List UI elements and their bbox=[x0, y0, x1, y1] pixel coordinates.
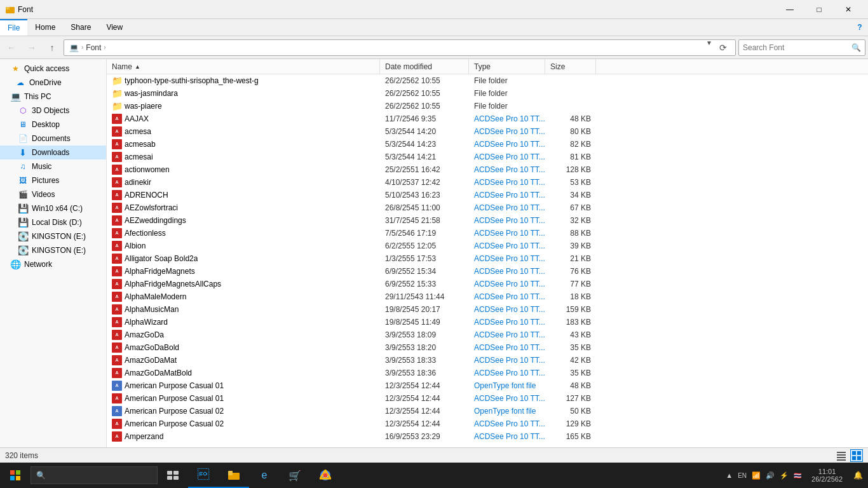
file-row[interactable]: A AlphaFridgeMagnetsAllCaps 6/9/2552 15:… bbox=[107, 278, 868, 290]
svg-rect-10 bbox=[10, 470, 15, 475]
address-dropdown[interactable]: ▼ bbox=[706, 39, 712, 56]
help-button[interactable]: ? bbox=[851, 19, 868, 36]
cell-type: OpenType font file bbox=[469, 405, 545, 417]
taskbar-fileexplorer[interactable] bbox=[219, 463, 249, 488]
maximize-button[interactable]: □ bbox=[804, 0, 834, 19]
cell-date: 12/3/2554 12:44 bbox=[380, 417, 469, 430]
sidebar-item-3dobjects[interactable]: ⬡ 3D Objects bbox=[0, 104, 106, 118]
cell-type: ACDSee Pro 10 TT... bbox=[469, 176, 545, 188]
file-name: Albion bbox=[125, 241, 146, 250]
tab-share[interactable]: Share bbox=[63, 19, 98, 36]
taskbar-ie[interactable]:  bbox=[188, 463, 219, 488]
file-row[interactable]: A Amperzand 16/9/2553 23:29 ACDSee Pro 1… bbox=[107, 430, 868, 443]
file-row[interactable]: A American Purpose Casual 01 12/3/2554 1… bbox=[107, 392, 868, 405]
cell-size: 165 KB bbox=[545, 430, 596, 442]
col-header-date[interactable]: Date modified bbox=[380, 59, 469, 74]
tray-battery: ⚡ bbox=[780, 471, 789, 480]
search-box[interactable]: 🔍 bbox=[738, 39, 865, 56]
tab-file[interactable]: File bbox=[0, 19, 27, 36]
refresh-button[interactable]: ⟳ bbox=[715, 39, 731, 56]
taskbar-chrome[interactable] bbox=[310, 463, 341, 488]
file-row[interactable]: A AmazGoDaMatBold 3/9/2553 18:36 ACDSee … bbox=[107, 367, 868, 379]
cell-type: ACDSee Pro 10 TT... bbox=[469, 316, 545, 328]
sidebar-item-downloads[interactable]: ⬇ Downloads bbox=[0, 146, 106, 159]
taskbar-right: ▲ EN 📶 🔊 ⚡ 🇹🇭 11:01 26/2/2562 🔔 bbox=[721, 463, 868, 488]
breadcrumb-computer[interactable]: 💻 bbox=[68, 43, 80, 52]
ttf-icon: A bbox=[112, 393, 122, 403]
search-icon[interactable]: 🔍 bbox=[851, 43, 861, 52]
tab-view[interactable]: View bbox=[98, 19, 130, 36]
sidebar-item-localdisk[interactable]: 💾 Local Disk (D:) bbox=[0, 215, 106, 229]
cell-date: 19/8/2545 20:17 bbox=[380, 303, 469, 315]
file-row[interactable]: A ADRENOCH 5/10/2543 16:23 ACDSee Pro 10… bbox=[107, 189, 868, 201]
file-row[interactable]: A American Purpose Casual 02 12/3/2554 1… bbox=[107, 405, 868, 417]
sidebar-item-thispc[interactable]: 💻 This PC bbox=[0, 90, 106, 104]
details-view-button[interactable] bbox=[835, 449, 848, 462]
file-row[interactable]: A actionwomen 25/2/2551 16:42 ACDSee Pro… bbox=[107, 163, 868, 176]
cell-date: 3/9/2553 18:36 bbox=[380, 367, 469, 379]
sidebar-item-onedrive[interactable]: ☁ OneDrive bbox=[0, 76, 106, 90]
col-header-type[interactable]: Type bbox=[469, 59, 545, 74]
cell-type: ACDSee Pro 10 TT... bbox=[469, 303, 545, 315]
file-row[interactable]: A American Purpose Casual 01 12/3/2554 1… bbox=[107, 379, 868, 392]
sidebar-item-kingston1[interactable]: 💽 KINGSTON (E:) bbox=[0, 229, 106, 243]
start-button[interactable] bbox=[0, 463, 31, 488]
file-row[interactable]: A acmesai 5/3/2544 14:21 ACDSee Pro 10 T… bbox=[107, 151, 868, 163]
file-row[interactable]: A AlphaFridgeMagnets 6/9/2552 15:34 ACDS… bbox=[107, 265, 868, 278]
file-row[interactable]: A Afectionless 7/5/2546 17:19 ACDSee Pro… bbox=[107, 227, 868, 240]
back-button[interactable]: ← bbox=[3, 39, 20, 57]
close-button[interactable]: ✕ bbox=[834, 0, 863, 19]
taskbar-taskview[interactable] bbox=[158, 463, 188, 488]
address-bar[interactable]: 💻 › Font › ▼ ⟳ bbox=[64, 39, 736, 56]
sidebar-item-videos[interactable]: 🎬 Videos bbox=[0, 187, 106, 201]
cell-name: A acmesai bbox=[107, 151, 380, 163]
breadcrumb-font[interactable]: Font bbox=[85, 43, 102, 52]
file-row[interactable]: A AlphaMaleModern 29/11/2543 11:44 ACDSe… bbox=[107, 290, 868, 303]
file-row[interactable]: A AAJAX 11/7/2546 9:35 ACDSee Pro 10 TT.… bbox=[107, 112, 868, 125]
taskbar-search[interactable]: 🔍 bbox=[31, 466, 158, 484]
col-header-name[interactable]: Name ▲ bbox=[107, 59, 380, 74]
file-row[interactable]: A AmazGoDa 3/9/2553 18:09 ACDSee Pro 10 … bbox=[107, 329, 868, 341]
ttf-icon: A bbox=[112, 114, 122, 124]
tab-home[interactable]: Home bbox=[27, 19, 63, 36]
taskbar-edge[interactable]: e bbox=[249, 463, 280, 488]
cell-type: OpenType font file bbox=[469, 379, 545, 391]
file-row[interactable]: A adinekir 4/10/2537 12:42 ACDSee Pro 10… bbox=[107, 176, 868, 189]
file-row[interactable]: 📁 was-jasmindara 26/2/2562 10:55 File fo… bbox=[107, 87, 868, 100]
file-row[interactable]: A AmazGoDaMat 3/9/2553 18:33 ACDSee Pro … bbox=[107, 354, 868, 367]
sidebar-item-documents[interactable]: 📄 Documents bbox=[0, 132, 106, 146]
sidebar-item-music[interactable]: ♫ Music bbox=[0, 159, 106, 173]
file-row[interactable]: 📁 typhoon-type-suthi-srisopha_the-west-g… bbox=[107, 74, 868, 87]
up-button[interactable]: ↑ bbox=[43, 39, 61, 57]
sidebar-item-win10[interactable]: 💾 Win10 x64 (C:) bbox=[0, 201, 106, 215]
file-row[interactable]: A Alligator Soap Bold2a 1/3/2555 17:53 A… bbox=[107, 252, 868, 265]
file-row[interactable]: A acmesab 5/3/2544 14:23 ACDSee Pro 10 T… bbox=[107, 138, 868, 151]
tray-wifi[interactable]: 📶 bbox=[752, 471, 761, 480]
file-row[interactable]: A AlphaWizard 19/8/2545 11:49 ACDSee Pro… bbox=[107, 316, 868, 329]
search-input[interactable] bbox=[743, 43, 851, 52]
file-row[interactable]: A AEZweddingdings 31/7/2545 21:58 ACDSee… bbox=[107, 214, 868, 227]
ttf-icon: A bbox=[112, 266, 122, 276]
sidebar-item-quickaccess[interactable]: ★ Quick access bbox=[0, 62, 106, 76]
tray-arrow[interactable]: ▲ bbox=[726, 471, 733, 479]
sidebar-item-network[interactable]: 🌐 Network bbox=[0, 257, 106, 271]
tray-volume[interactable]: 🔊 bbox=[766, 471, 775, 480]
taskbar-store[interactable]: 🛒 bbox=[280, 463, 310, 488]
forward-button[interactable]: → bbox=[23, 39, 41, 57]
file-row[interactable]: A Albion 6/2/2555 12:05 ACDSee Pro 10 TT… bbox=[107, 240, 868, 252]
sidebar-item-kingston2[interactable]: 💽 KINGSTON (E:) bbox=[0, 243, 106, 257]
file-row[interactable]: 📁 was-piaere 26/2/2562 10:55 File folder bbox=[107, 100, 868, 112]
file-row[interactable]: A AEZowlsfortraci 26/8/2545 11:00 ACDSee… bbox=[107, 201, 868, 214]
sidebar-item-desktop[interactable]: 🖥 Desktop bbox=[0, 118, 106, 132]
file-row[interactable]: A AlphaMusicMan 19/8/2545 20:17 ACDSee P… bbox=[107, 303, 868, 316]
sidebar-item-pictures[interactable]: 🖼 Pictures bbox=[0, 173, 106, 187]
file-row[interactable]: A American Purpose Casual 02 12/3/2554 1… bbox=[107, 417, 868, 430]
notification-button[interactable]: 🔔 bbox=[848, 463, 868, 488]
file-row[interactable]: A AmazGoDaBold 3/9/2553 18:20 ACDSee Pro… bbox=[107, 341, 868, 354]
col-header-size[interactable]: Size bbox=[545, 59, 596, 74]
list-view-button[interactable] bbox=[850, 449, 863, 462]
minimize-button[interactable]: ― bbox=[775, 0, 804, 19]
file-row[interactable]: A acmesa 5/3/2544 14:20 ACDSee Pro 10 TT… bbox=[107, 125, 868, 138]
cell-date: 3/9/2553 18:33 bbox=[380, 354, 469, 366]
clock[interactable]: 11:01 26/2/2562 bbox=[806, 463, 848, 488]
